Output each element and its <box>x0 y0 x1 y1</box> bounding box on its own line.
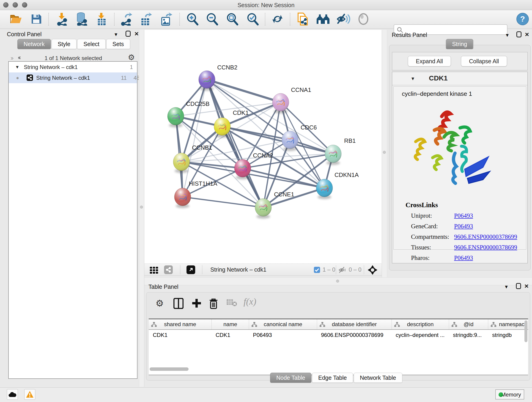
collapse-all-tree-icon[interactable]: ›› <box>11 55 13 62</box>
results-panel-float-icon[interactable] <box>516 32 521 37</box>
table-panel-menu-icon[interactable]: ▾ <box>505 284 508 289</box>
table-options-gear-icon[interactable]: ⚙ <box>156 298 164 308</box>
tab-style[interactable]: Style <box>51 39 77 49</box>
network-node-hist1h1a[interactable] <box>174 188 191 208</box>
string-view-icon[interactable] <box>164 265 173 274</box>
tab-network[interactable]: Network <box>17 39 51 49</box>
table-cell[interactable]: CDK1 <box>211 330 249 340</box>
table-cell[interactable]: stringdb <box>488 330 528 340</box>
selected-checkbox-icon[interactable] <box>314 267 320 274</box>
results-panel-close-icon[interactable]: ✕ <box>525 32 529 37</box>
collapse-all-button[interactable]: Collapse All <box>461 56 507 66</box>
table-column-header[interactable]: @id <box>449 319 488 329</box>
table-panel-close-icon[interactable]: ✕ <box>524 283 529 289</box>
expand-all-tree-icon[interactable]: ›› <box>19 55 21 62</box>
network-collection-row[interactable]: ▼ String Network – cdk1 1 <box>9 62 137 72</box>
table-column-header[interactable]: database identifier <box>317 319 392 329</box>
control-panel-float-icon[interactable] <box>126 31 131 37</box>
open-session-icon[interactable] <box>10 13 22 26</box>
network-options-gear-icon[interactable]: ⚙ <box>128 53 135 62</box>
export-table-icon[interactable] <box>139 12 152 27</box>
table-cell[interactable]: CDK1 <box>149 330 211 340</box>
add-column-icon[interactable] <box>191 298 202 310</box>
refresh-icon[interactable] <box>271 13 284 26</box>
table-cell[interactable]: P06493 <box>249 330 317 340</box>
table-column-header[interactable]: name <box>211 319 249 329</box>
save-session-icon[interactable] <box>30 13 42 26</box>
crosslink-link[interactable]: 9606.ENSP00000378699 <box>454 244 517 251</box>
network-node-cdc25b[interactable] <box>167 107 184 128</box>
tab-select[interactable]: Select <box>77 39 105 49</box>
table-column-header[interactable]: canonical name <box>249 319 317 329</box>
tab-network-table[interactable]: Network Table <box>354 373 402 383</box>
results-panel-menu-icon[interactable]: ▾ <box>506 32 509 38</box>
crosslink-link[interactable]: P06493 <box>454 254 473 262</box>
network-edge[interactable] <box>183 197 263 207</box>
tab-edge-table[interactable]: Edge Table <box>312 373 353 383</box>
export-image-icon[interactable] <box>160 12 173 27</box>
network-edge[interactable] <box>207 80 281 102</box>
memory-button[interactable]: Memory <box>495 389 524 400</box>
network-node-ccna2[interactable] <box>234 159 251 179</box>
network-node-cdk1[interactable] <box>214 118 230 138</box>
import-table-icon[interactable] <box>96 12 108 27</box>
table-column-header[interactable]: shared name <box>149 319 211 329</box>
network-row[interactable]: ● String Network – cdk1 11 48 <box>9 72 137 83</box>
splitter-handle-icon[interactable] <box>140 206 143 209</box>
table-column-header[interactable]: description <box>392 319 449 329</box>
warning-icon[interactable] <box>24 389 35 400</box>
tab-sets[interactable]: Sets <box>106 39 130 49</box>
vertical-scrollbar[interactable] <box>525 320 527 342</box>
network-node-ccne1[interactable] <box>255 198 272 219</box>
network-node-ccna1[interactable] <box>272 93 289 114</box>
network-node-cdc6[interactable] <box>282 131 298 151</box>
splitter-bottom[interactable] <box>144 277 532 285</box>
network-edge[interactable] <box>207 80 333 154</box>
node-table[interactable]: shared namenamecanonical namedatabase id… <box>149 319 528 375</box>
import-network-from-database-icon[interactable] <box>75 12 88 27</box>
import-network-icon[interactable] <box>56 12 68 27</box>
splitter-right[interactable] <box>382 30 387 277</box>
export-network-icon[interactable] <box>120 12 133 27</box>
splitter-handle-icon[interactable] <box>383 151 386 154</box>
zoom-in-icon[interactable] <box>186 13 199 26</box>
copy-network-icon[interactable] <box>297 12 309 27</box>
control-panel-close-icon[interactable]: ✕ <box>134 31 139 37</box>
detach-view-icon[interactable] <box>186 265 195 274</box>
hide-selected-icon[interactable] <box>336 13 350 26</box>
splitter-left[interactable] <box>139 30 144 387</box>
birdseye-toggle-icon[interactable] <box>367 265 378 276</box>
control-panel-menu-icon[interactable]: ▾ <box>114 32 117 37</box>
network-node-rb1[interactable] <box>325 145 341 165</box>
tab-node-table[interactable]: Node Table <box>270 373 311 383</box>
collection-collapse-icon[interactable]: ▼ <box>15 62 19 72</box>
show-all-networks-icon[interactable] <box>316 13 330 26</box>
network-node-ccnb2[interactable] <box>199 70 215 91</box>
table-cell[interactable]: stringdb:9... <box>449 330 488 340</box>
horizontal-scrollbar[interactable] <box>150 367 189 371</box>
splitter-handle-icon[interactable] <box>336 280 339 283</box>
delete-column-icon[interactable] <box>209 298 218 310</box>
entry-collapse-icon[interactable]: ▼ <box>411 76 415 81</box>
grid-view-icon[interactable] <box>150 267 158 274</box>
cloud-status-icon[interactable] <box>7 389 18 400</box>
network-node-ccnb1[interactable] <box>173 153 190 173</box>
network-edge[interactable] <box>207 80 263 207</box>
zoom-fit-icon[interactable] <box>226 13 239 26</box>
table-column-header[interactable]: namespace <box>488 319 528 329</box>
network-canvas[interactable]: CCNB2CCNA1CDC25BCDK1CDC6RB1CCNB1CCNA2CDK… <box>144 30 382 264</box>
expand-all-button[interactable]: Expand All <box>408 56 451 66</box>
crosslink-link[interactable]: P06493 <box>454 223 473 230</box>
entry-header[interactable]: ▼ CDK1 <box>392 72 527 85</box>
table-panel-float-icon[interactable] <box>516 283 521 289</box>
show-columns-icon[interactable] <box>173 298 184 310</box>
zoom-out-icon[interactable] <box>206 13 219 26</box>
zoom-selected-icon[interactable] <box>246 13 259 26</box>
table-cell[interactable]: cyclin–dependent ... <box>392 330 449 340</box>
help-icon[interactable]: ? <box>516 13 529 26</box>
table-cell[interactable]: 9606.ENSP00000378699 <box>317 330 392 340</box>
birdseye-icon[interactable] <box>357 13 369 26</box>
crosslink-link[interactable]: P06493 <box>454 212 473 219</box>
tab-string[interactable]: String <box>446 39 473 49</box>
network-node-cdkn1a[interactable] <box>316 179 333 199</box>
